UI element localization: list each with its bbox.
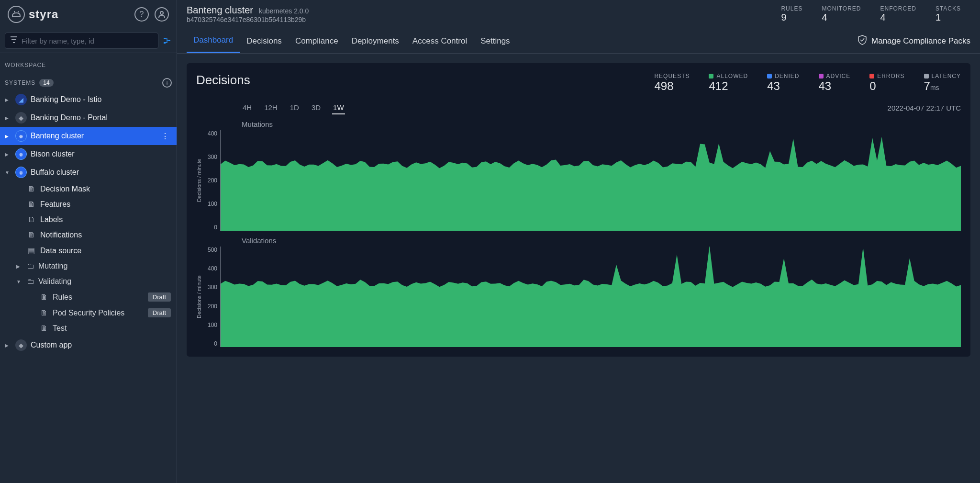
file-icon: 🗎 xyxy=(28,215,36,224)
sidebar-item-banking-portal[interactable]: ▶ ◆ Banking Demo - Portal xyxy=(0,109,177,127)
system-hash: b470325746e3417e86301b564113b29b xyxy=(187,16,309,23)
tab-access-control[interactable]: Access Control xyxy=(406,30,474,53)
tab-compliance[interactable]: Compliance xyxy=(289,30,345,53)
sidebar-item-label: Mutating xyxy=(38,262,67,270)
range-3d[interactable]: 3D xyxy=(311,101,322,114)
folder-icon: 🗀 xyxy=(27,277,34,286)
tab-settings[interactable]: Settings xyxy=(474,30,516,53)
sidebar-item-label: Data source xyxy=(40,247,81,255)
filter-input[interactable] xyxy=(22,37,153,45)
systems-count: 14 xyxy=(39,79,53,87)
panel-title: Decisions xyxy=(196,73,250,88)
decisions-panel: Decisions REQUESTS498 ALLOWED412 DENIED4… xyxy=(187,63,970,357)
brand-text: styra xyxy=(29,8,58,21)
chart-title: Validations xyxy=(196,236,961,245)
brand-logo[interactable]: styra xyxy=(8,6,58,23)
sidebar-item-validating[interactable]: ▼ 🗀 Validating xyxy=(0,274,177,289)
range-1d[interactable]: 1D xyxy=(289,101,300,114)
file-icon: 🗎 xyxy=(40,309,49,317)
svg-point-0 xyxy=(160,11,163,14)
sidebar-item-label: Notifications xyxy=(40,231,82,239)
advice-dot-icon xyxy=(819,74,824,79)
sidebar-item-mutating[interactable]: ▶ 🗀 Mutating xyxy=(0,258,177,274)
systems-label: SYSTEMS xyxy=(5,79,35,86)
sidebar-item-bison[interactable]: ▶ ⎈ Bison cluster xyxy=(0,145,177,163)
sidebar-item-label: Banking Demo - Portal xyxy=(31,113,108,122)
sidebar-item-label: Banteng cluster xyxy=(31,132,84,140)
stat-rules: RULES9 xyxy=(781,5,802,23)
workspace-label: WORKSPACE xyxy=(0,53,177,73)
tab-dashboard[interactable]: Dashboard xyxy=(187,29,240,53)
user-icon[interactable] xyxy=(155,7,169,22)
file-icon: 🗎 xyxy=(28,200,36,209)
mutations-chart: Mutations Decisions / minute 40030020010… xyxy=(196,120,961,231)
help-icon[interactable]: ? xyxy=(134,7,149,22)
sidebar: styra ? WORKSPACE SYSTEMS xyxy=(0,0,177,483)
stat-enforced: ENFORCED4 xyxy=(880,5,916,23)
sidebar-item-label: Decision Mask xyxy=(40,185,90,193)
kubernetes-icon: ⎈ xyxy=(15,148,27,160)
page-subtitle: kubernetes 2.0.0 xyxy=(259,7,309,15)
shield-icon xyxy=(857,34,868,47)
manage-compliance-packs-button[interactable]: Manage Compliance Packs xyxy=(857,34,970,47)
chart-title: Mutations xyxy=(196,120,961,128)
istio-icon: ◢ xyxy=(15,94,27,105)
latency-dot-icon xyxy=(924,74,929,79)
sidebar-item-banteng[interactable]: ▶ ⎈ Banteng cluster ⋮ xyxy=(0,127,177,145)
sidebar-item-notifications[interactable]: 🗎Notifications xyxy=(28,227,177,243)
hierarchy-icon[interactable] xyxy=(162,36,172,45)
chart-area xyxy=(220,247,961,347)
more-icon[interactable]: ⋮ xyxy=(158,132,172,141)
sidebar-item-features[interactable]: 🗎Features xyxy=(28,197,177,212)
manage-packs-label: Manage Compliance Packs xyxy=(871,36,970,46)
y-axis-label: Decisions / minute xyxy=(196,247,204,347)
sidebar-item-custom-app[interactable]: ▶ ◆ Custom app xyxy=(0,336,177,354)
sidebar-item-label: Rules xyxy=(53,293,72,302)
y-axis-ticks: 4003002001000 xyxy=(204,130,220,231)
file-icon: 🗎 xyxy=(40,293,49,302)
stat-stacks: STACKS1 xyxy=(935,5,961,23)
page-title: Banteng cluster xyxy=(187,5,253,16)
svg-rect-3 xyxy=(168,40,170,41)
sidebar-item-decision-mask[interactable]: 🗎Decision Mask xyxy=(28,181,177,197)
chart-area xyxy=(220,130,961,231)
y-axis-ticks: 5004003002001000 xyxy=(204,247,220,347)
sidebar-item-banking-istio[interactable]: ▶ ◢ Banking Demo - Istio xyxy=(0,90,177,109)
chevron-right-icon: ▶ xyxy=(16,264,23,269)
chart-timestamp: 2022-04-07 22:17 UTC xyxy=(888,104,961,112)
database-icon: ▤ xyxy=(28,246,36,255)
sidebar-item-data-source[interactable]: ▤Data source xyxy=(28,243,177,258)
chevron-right-icon: ▶ xyxy=(5,152,11,157)
sidebar-item-labels[interactable]: 🗎Labels xyxy=(28,212,177,227)
file-icon: 🗎 xyxy=(28,185,36,193)
metric-denied: DENIED43 xyxy=(767,73,799,93)
errors-dot-icon xyxy=(869,74,874,79)
chevron-right-icon: ▶ xyxy=(5,134,11,139)
sidebar-item-test[interactable]: 🗎Test xyxy=(0,321,177,336)
sidebar-item-label: Bison cluster xyxy=(31,150,75,158)
kubernetes-icon: ⎈ xyxy=(15,167,27,178)
svg-rect-1 xyxy=(164,38,166,39)
sidebar-item-rules[interactable]: 🗎RulesDraft xyxy=(0,289,177,305)
sidebar-item-pod-security[interactable]: 🗎Pod Security PoliciesDraft xyxy=(0,305,177,321)
chevron-right-icon: ▶ xyxy=(5,115,11,121)
metric-requests: REQUESTS498 xyxy=(654,73,690,93)
range-1w[interactable]: 1W xyxy=(332,101,345,114)
tab-deployments[interactable]: Deployments xyxy=(345,30,406,53)
chevron-down-icon: ▼ xyxy=(16,279,23,284)
draft-badge: Draft xyxy=(148,292,171,302)
tab-decisions[interactable]: Decisions xyxy=(240,30,289,53)
draft-badge: Draft xyxy=(148,308,171,317)
range-12h[interactable]: 12H xyxy=(263,101,278,114)
add-system-button[interactable]: + xyxy=(162,78,172,88)
range-4h[interactable]: 4H xyxy=(242,101,253,114)
metric-allowed: ALLOWED412 xyxy=(709,73,748,93)
svg-rect-2 xyxy=(164,42,166,44)
stat-monitored: MONITORED4 xyxy=(822,5,861,23)
filter-icon xyxy=(10,36,18,45)
chevron-down-icon: ▼ xyxy=(5,170,11,175)
y-axis-label: Decisions / minute xyxy=(196,130,204,231)
sidebar-item-buffalo[interactable]: ▼ ⎈ Buffalo cluster xyxy=(0,163,177,181)
chevron-right-icon: ▶ xyxy=(5,97,11,102)
brand-icon xyxy=(8,6,25,23)
